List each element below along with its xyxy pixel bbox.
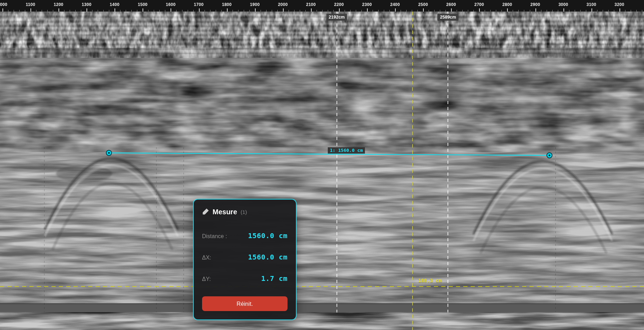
ruler-tick (109, 10, 109, 12)
ruler-tick (597, 10, 597, 12)
ruler-tick-label: 1500 (138, 2, 147, 7)
ruler-tick (328, 10, 328, 12)
ruler-tick (131, 10, 132, 12)
ruler-tick (345, 10, 345, 12)
ruler-tick (120, 10, 120, 12)
gpr-radargram-viewport: 1000110012001300140015001600170018001900… (0, 0, 644, 330)
ruler-tick (558, 10, 558, 12)
ruler-tick (154, 10, 154, 12)
radargram-artifact-line (183, 147, 184, 312)
ruler-tick (277, 10, 278, 12)
dx-value: 1560.0 cm (248, 253, 288, 261)
ruler-tick (608, 10, 609, 12)
ruler-tick (216, 10, 216, 12)
measurement-row-distance: Distance : 1560.0 cm (202, 231, 288, 240)
ruler-tick (36, 10, 36, 12)
ruler-tick-label: 2000 (278, 2, 288, 7)
ruler-tick (165, 10, 165, 12)
ruler-tick (462, 10, 463, 12)
ruler-tick (261, 10, 261, 12)
ruler-tick-label: 1900 (250, 2, 260, 7)
ruler-tick (412, 10, 412, 12)
ruler-tick-label: 2100 (306, 2, 316, 7)
ruler-tick (333, 10, 334, 12)
ruler-tick (468, 10, 468, 12)
distance-value: 1560.0 cm (248, 231, 288, 240)
ruler-tick (8, 10, 8, 12)
ruler-tick (513, 10, 513, 12)
measurement-panel: Mesure (1) Distance : 1560.0 cm ΔX: 1560… (193, 199, 297, 320)
ruler-tick (238, 10, 238, 12)
marker-guide-line (448, 12, 448, 312)
ruler-tick (619, 8, 620, 12)
ruler-tick (2, 8, 3, 12)
ruler-tick (159, 10, 160, 12)
reset-button[interactable]: Réinit. (202, 296, 288, 311)
position-ruler: 1000110012001300140015001600170018001900… (0, 0, 644, 12)
ruler-tick (19, 10, 20, 12)
ruler-tick (311, 8, 312, 12)
ruler-tick (401, 10, 401, 12)
ruler-tick (625, 10, 625, 12)
ruler-tick (86, 8, 87, 12)
ruler-tick (103, 10, 104, 12)
ruler-tick (272, 10, 272, 12)
ruler-tick-label: 1800 (222, 2, 232, 7)
ruler-tick (210, 10, 210, 12)
ruler-tick (137, 10, 137, 12)
ruler-tick (485, 10, 485, 12)
ruler-tick (423, 8, 424, 12)
ruler-tick (266, 10, 266, 12)
dy-value: 1.7 cm (261, 274, 288, 283)
ruler-tick (434, 10, 435, 12)
dy-label: ΔY: (202, 276, 211, 282)
ruler-tick-label: 1700 (194, 2, 204, 7)
ruler-tick (518, 10, 519, 12)
ruler-tick (317, 10, 317, 12)
ruler-tick (575, 10, 575, 12)
marker-guide-label[interactable]: 2192cm (326, 14, 347, 21)
ruler-tick (14, 10, 14, 12)
ruler-tick (361, 10, 362, 12)
ruler-tick (205, 10, 205, 12)
depth-label: 188.3 cm (418, 278, 442, 283)
ruler-tick (176, 10, 176, 12)
ruler-tick-label: 1600 (166, 2, 176, 7)
ruler-tick-label: 2900 (531, 2, 540, 7)
ruler-tick-label: 2600 (446, 2, 456, 7)
ruler-tick (148, 10, 148, 12)
marker-guide-label[interactable]: 2589cm (438, 14, 459, 21)
ruler-tick (367, 8, 368, 12)
ruler-tick (81, 10, 81, 12)
ruler-tick (233, 10, 233, 12)
radargram-tone-overlay (0, 12, 644, 303)
ruler-tick (429, 10, 429, 12)
ruler-tick (631, 10, 631, 12)
ruler-tick (283, 8, 284, 12)
ruler-tick (406, 10, 407, 12)
ruler-tick (541, 10, 541, 12)
ruler-tick (47, 10, 48, 12)
ruler-tick (535, 8, 536, 12)
ruler-tick (373, 10, 373, 12)
ruler-tick (322, 10, 323, 12)
ruler-tick (64, 10, 64, 12)
ruler-tick-label: 1400 (110, 2, 119, 7)
ruler-tick-label: 1200 (54, 2, 63, 7)
ruler-tick (490, 10, 491, 12)
radargram-artifact-line (156, 147, 157, 312)
ruler-tick-label: 2700 (474, 2, 484, 7)
ruler-tick-label: 3200 (615, 2, 624, 7)
ruler-tick (244, 10, 244, 12)
ruler-tick (350, 10, 351, 12)
measurement-count: (1) (241, 209, 247, 215)
ruler-tick (507, 8, 508, 12)
ruler-tick (75, 10, 76, 12)
ruler-tick-label: 2200 (334, 2, 344, 7)
ruler-tick (193, 10, 194, 12)
ruler-tick (115, 8, 115, 12)
ruler-tick-label: 3000 (559, 2, 568, 7)
ruler-tick-label: 3100 (587, 2, 596, 7)
ruler-tick (294, 10, 295, 12)
section-divider-band (0, 303, 644, 313)
